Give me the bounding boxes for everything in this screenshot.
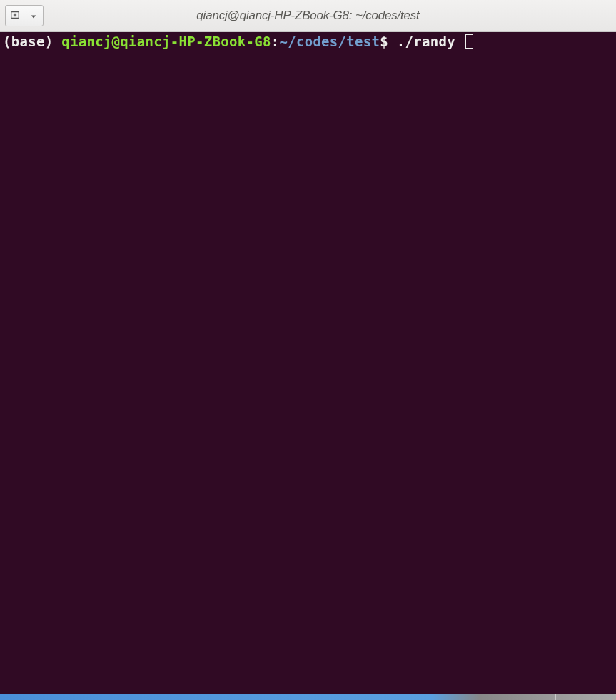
prompt-line: (base) qiancj@qiancj-HP-ZBook-G8:~/codes… [3,34,613,49]
prompt-userhost: qiancj@qiancj-HP-ZBook-G8 [61,34,271,49]
terminal-cursor [465,34,473,49]
titlebar: qiancj@qiancj-HP-ZBook-G8: ~/codes/test [0,0,616,32]
tab-dropdown-button[interactable] [24,6,43,26]
bottom-separator: | [554,694,557,700]
terminal-area[interactable]: (base) qiancj@qiancj-HP-ZBook-G8:~/codes… [0,32,616,694]
titlebar-button-group [5,5,44,26]
new-tab-icon [10,10,20,22]
prompt-colon: : [271,34,280,49]
new-tab-button[interactable] [6,6,24,26]
prompt-dollar: $ [380,34,388,49]
window-title: qiancj@qiancj-HP-ZBook-G8: ~/codes/test [196,9,419,23]
prompt-command: ./randy [388,34,464,49]
bottom-strip: | [0,694,616,700]
chevron-down-icon [31,11,36,21]
svg-marker-3 [31,15,36,18]
prompt-env: (base) [3,34,61,49]
prompt-path: ~/codes/test [279,34,380,49]
